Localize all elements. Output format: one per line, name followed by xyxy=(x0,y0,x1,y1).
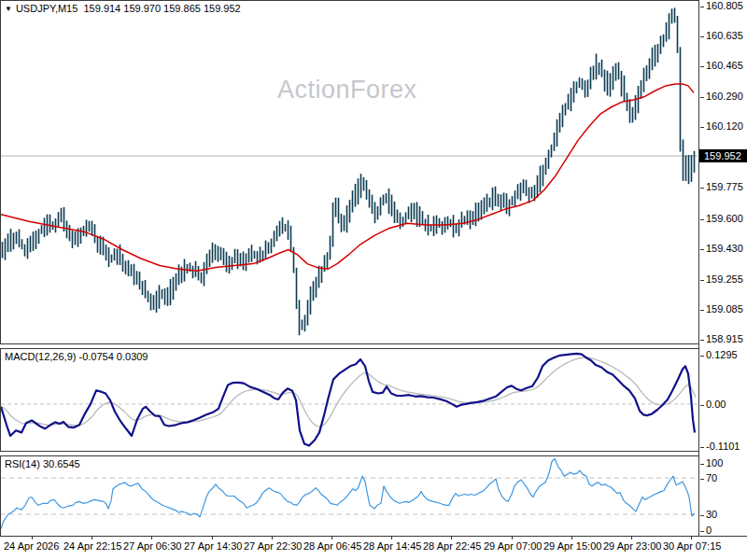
price-tick-label: 159.430 xyxy=(700,243,743,254)
time-label: 27 Apr 06:30 xyxy=(123,540,181,552)
time-label: 28 Apr 22:45 xyxy=(423,540,481,552)
current-price-tag: 159.952 xyxy=(699,149,747,162)
dropdown-triangle-icon: ▼ xyxy=(5,4,12,14)
time-label: 27 Apr 14:30 xyxy=(184,540,242,552)
time-tick xyxy=(571,537,572,539)
time-label: 29 Apr 07:00 xyxy=(484,540,542,552)
rsi-tick-label: 100 xyxy=(700,457,723,469)
price-tick-label: 160.465 xyxy=(700,60,743,71)
rsi-tick-label: 70 xyxy=(700,472,717,483)
time-label: 27 Apr 22:30 xyxy=(244,540,302,552)
price-tick-label: 158.915 xyxy=(700,333,743,344)
macd-tick-label: 0.1295 xyxy=(700,349,738,360)
rsi-label: RSI(14) 30.6545 xyxy=(5,458,80,469)
macd-tick-label: -0.1101 xyxy=(700,441,740,452)
price-tick-label: 159.085 xyxy=(700,303,743,315)
rsi-chart[interactable] xyxy=(1,456,698,536)
price-tick-label: 160.805 xyxy=(700,0,743,11)
price-tick-label: 160.120 xyxy=(700,120,743,132)
time-label: 29 Apr 15:00 xyxy=(543,540,601,552)
time-tick xyxy=(631,537,632,539)
time-label: 24 Apr 2026 xyxy=(4,540,59,552)
rsi-tick-label: 0 xyxy=(700,525,712,536)
time-axis[interactable]: 24 Apr 202624 Apr 22:1527 Apr 06:3027 Ap… xyxy=(0,537,747,560)
time-label: 30 Apr 07:15 xyxy=(663,540,721,552)
time-label: 28 Apr 14:45 xyxy=(363,540,421,552)
time-tick xyxy=(331,537,332,539)
macd-line xyxy=(1,354,695,446)
rsi-tick-label: 30 xyxy=(700,509,717,520)
price-tick-label: 160.290 xyxy=(700,91,743,102)
time-tick xyxy=(92,537,92,539)
time-tick xyxy=(212,537,213,539)
chart-window: ActionForex ▼ USDJPY,M15 159.914 159.970… xyxy=(0,0,747,560)
time-tick xyxy=(391,537,392,539)
time-tick xyxy=(512,537,513,539)
symbol-ohlc-text: USDJPY,M15 159.914 159.970 159.865 159.9… xyxy=(16,3,241,14)
price-tick-label: 159.775 xyxy=(700,181,743,192)
time-tick xyxy=(32,537,33,539)
macd-panel: MACD(12,26,9) -0.0754 0.0309 xyxy=(0,348,698,452)
price-axis[interactable]: 159.952 160.805160.635160.465160.290160.… xyxy=(698,0,747,537)
time-label: 29 Apr 23:00 xyxy=(603,540,661,552)
rsi-panel: RSI(14) 30.6545 xyxy=(0,455,698,537)
time-label: 24 Apr 22:15 xyxy=(63,540,121,552)
rsi-line xyxy=(1,459,695,529)
time-tick xyxy=(151,537,152,539)
symbol-info: ▼ USDJPY,M15 159.914 159.970 159.865 159… xyxy=(5,3,241,14)
time-tick xyxy=(691,537,692,539)
main-chart-panel: ActionForex ▼ USDJPY,M15 159.914 159.970… xyxy=(0,0,698,344)
macd-chart[interactable] xyxy=(1,349,698,451)
time-tick xyxy=(272,537,273,539)
price-bars xyxy=(3,7,695,335)
watermark: ActionForex xyxy=(277,76,417,105)
ma-line xyxy=(1,84,694,271)
macd-label: MACD(12,26,9) -0.0754 0.0309 xyxy=(5,351,148,362)
macd-tick-label: 0.00 xyxy=(700,399,726,410)
price-tick-label: 159.600 xyxy=(700,213,743,224)
price-tick-label: 160.635 xyxy=(700,30,743,41)
main-chart[interactable] xyxy=(1,1,698,343)
time-label: 28 Apr 06:45 xyxy=(303,540,361,552)
time-tick xyxy=(451,537,452,539)
price-tick-label: 159.255 xyxy=(700,273,743,285)
